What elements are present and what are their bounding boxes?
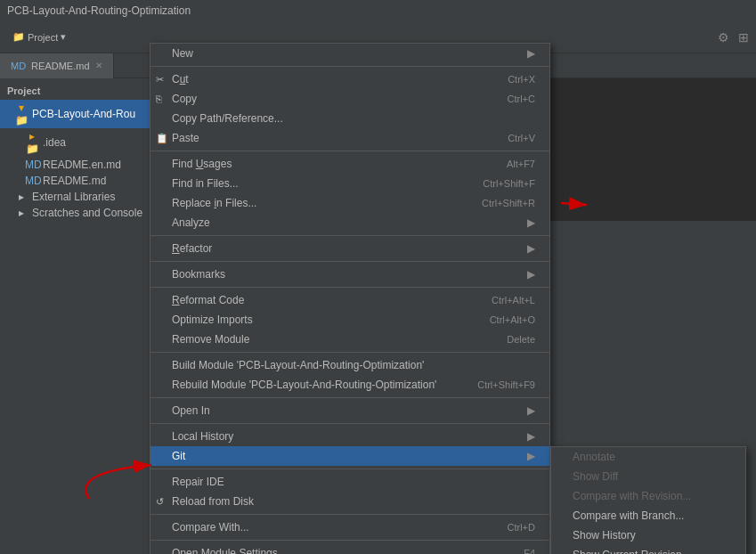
chevron-down-icon: ▾: [61, 31, 66, 43]
menu-item-reformat[interactable]: Reformat Code Ctrl+Alt+L: [150, 290, 549, 310]
settings-icon[interactable]: ⚙: [718, 30, 729, 45]
menu-item-reload-disk[interactable]: ↺ Reload from Disk: [150, 492, 549, 511]
sidebar-item-scratches[interactable]: ▸ Scratches and Console: [0, 205, 155, 221]
paste-icon: 📋: [156, 133, 168, 144]
md-icon2: MD: [25, 175, 39, 187]
separator-4: [150, 261, 549, 262]
menu-item-copy-path[interactable]: Copy Path/Reference...: [150, 109, 549, 128]
git-menu-compare-revision: Compare with Revision...: [551, 486, 745, 506]
sidebar-item-root-label: PCB-Layout-And-Rou: [32, 108, 135, 120]
separator-3: [150, 235, 549, 236]
menu-item-module-settings[interactable]: Open Module Settings F4: [150, 543, 549, 554]
arrow-icon2: ▶: [527, 216, 535, 229]
menu-item-bookmarks[interactable]: Bookmarks ▶: [150, 265, 549, 284]
menu-item-git[interactable]: Git ▶: [150, 446, 549, 466]
sidebar-item-scratches-label: Scratches and Console: [32, 207, 142, 219]
menu-item-copy[interactable]: ⎘ Copy Ctrl+C: [150, 89, 549, 109]
sidebar-item-idea-label: .idea: [43, 136, 66, 149]
project-dropdown[interactable]: 📁 Project ▾: [7, 29, 71, 45]
separator-5: [150, 287, 549, 288]
sidebar-title: Project: [7, 86, 40, 96]
menu-item-local-history[interactable]: Local History ▶: [150, 427, 549, 446]
ext-libs-icon: ▸: [14, 191, 28, 203]
readme-tab[interactable]: MD README.md ✕: [0, 53, 114, 78]
sidebar: Project ▾📁 PCB-Layout-And-Rou ▸📁 .idea M…: [0, 78, 156, 221]
title-bar: PCB-Layout-And-Routing-Optimization: [0, 0, 756, 21]
git-menu-annotate: Annotate: [551, 447, 745, 467]
sidebar-item-ext-libs[interactable]: ▸ External Libraries: [0, 189, 155, 205]
git-menu-show-current[interactable]: Show Current Revision: [551, 545, 745, 554]
arrow-icon3: ▶: [527, 242, 535, 255]
menu-item-find-usages[interactable]: Find Usages Alt+F7: [150, 154, 549, 174]
close-icon[interactable]: ✕: [95, 61, 102, 70]
folder-icon: ▸📁: [25, 130, 39, 155]
separator-9: [150, 468, 549, 469]
menu-item-compare-with[interactable]: Compare With... Ctrl+D: [150, 517, 549, 537]
arrow-icon6: ▶: [527, 430, 535, 443]
sidebar-item-ext-libs-label: External Libraries: [32, 191, 115, 203]
git-submenu: Annotate Show Diff Compare with Revision…: [550, 446, 746, 554]
tab-label: README.md: [31, 61, 89, 71]
sidebar-header: Project: [0, 82, 155, 100]
separator-8: [150, 423, 549, 424]
separator-10: [150, 514, 549, 515]
menu-item-cut[interactable]: ✂ Cut Ctrl+X: [150, 69, 549, 89]
sidebar-item-readme[interactable]: MD README.md: [0, 173, 155, 189]
project-icon: 📁: [12, 31, 25, 43]
menu-item-find-files[interactable]: Find in Files... Ctrl+Shift+F: [150, 174, 549, 193]
menu-item-optimize[interactable]: Optimize Imports Ctrl+Alt+O: [150, 310, 549, 330]
copy-icon: ⎘: [156, 94, 162, 104]
project-label: Project: [28, 32, 58, 43]
title-text: PCB-Layout-And-Routing-Optimization: [7, 4, 191, 17]
menu-item-open-in[interactable]: Open In ▶: [150, 401, 549, 420]
md-icon: MD: [25, 159, 39, 171]
arrow-icon: ▶: [527, 47, 535, 60]
sidebar-item-readme-en-label: README.en.md: [43, 159, 121, 171]
menu-item-paste[interactable]: 📋 Paste Ctrl+V: [150, 128, 549, 148]
separator-11: [150, 540, 549, 541]
separator-7: [150, 397, 549, 398]
arrow-icon4: ▶: [527, 268, 535, 281]
menu-item-new[interactable]: New ▶: [150, 44, 549, 63]
cut-icon: ✂: [156, 74, 164, 86]
menu-item-rebuild[interactable]: Rebuild Module 'PCB-Layout-And-Routing-O…: [150, 375, 549, 395]
git-menu-show-history[interactable]: Show History: [551, 525, 745, 545]
scratches-icon: ▸: [14, 207, 28, 219]
context-menu: New ▶ ✂ Cut Ctrl+X ⎘ Copy Ctrl+C Copy Pa…: [150, 43, 550, 554]
git-menu-compare-branch[interactable]: Compare with Branch...: [551, 506, 745, 525]
menu-item-build[interactable]: Build Module 'PCB-Layout-And-Routing-Opt…: [150, 355, 549, 375]
menu-item-repair-ide[interactable]: Repair IDE: [150, 472, 549, 492]
arrow-icon7: ▶: [527, 450, 535, 462]
sidebar-item-readme-label: README.md: [43, 175, 106, 187]
expand-icon[interactable]: ⊞: [738, 30, 749, 45]
menu-item-remove-module[interactable]: Remove Module Delete: [150, 330, 549, 349]
folder-open-icon: ▾📁: [14, 102, 28, 126]
sidebar-item-readme-en[interactable]: MD README.en.md: [0, 157, 155, 173]
menu-item-refactor[interactable]: Refactor ▶: [150, 239, 549, 258]
arrow-icon5: ▶: [527, 404, 535, 417]
separator-6: [150, 352, 549, 353]
sidebar-item-root[interactable]: ▾📁 PCB-Layout-And-Rou: [0, 100, 155, 128]
sidebar-item-idea[interactable]: ▸📁 .idea: [0, 128, 155, 157]
menu-item-replace-files[interactable]: Replace in Files... Ctrl+Shift+R: [150, 193, 549, 213]
git-menu-show-diff: Show Diff: [551, 467, 745, 486]
menu-item-analyze[interactable]: Analyze ▶: [150, 213, 549, 232]
separator-2: [150, 151, 549, 151]
separator-1: [150, 66, 549, 67]
reload-icon: ↺: [156, 496, 164, 508]
md-file-icon: MD: [11, 61, 26, 71]
